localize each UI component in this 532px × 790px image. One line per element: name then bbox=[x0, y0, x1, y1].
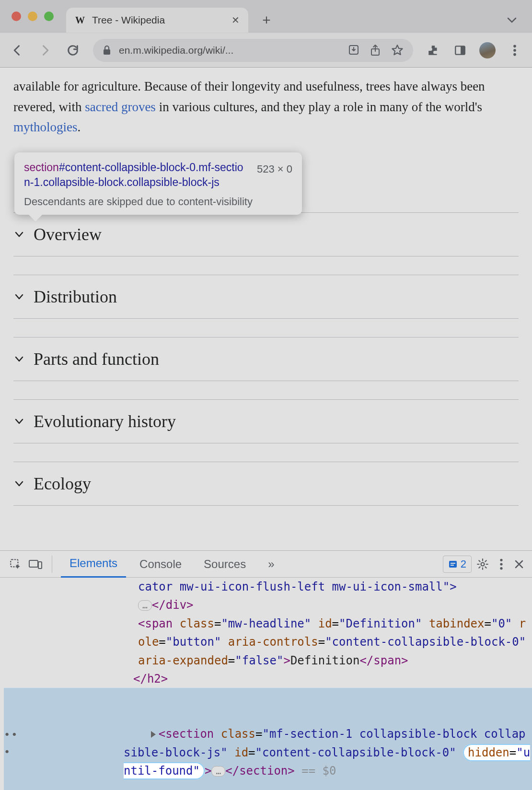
minimize-window-button[interactable] bbox=[28, 12, 37, 21]
close-window-button[interactable] bbox=[12, 12, 21, 21]
traffic-lights bbox=[12, 12, 54, 21]
tab-sources[interactable]: Sources bbox=[195, 551, 254, 578]
back-button[interactable] bbox=[10, 43, 25, 58]
tab-title: Tree - Wikipedia bbox=[92, 14, 225, 26]
favicon-wikipedia-icon: W bbox=[75, 15, 85, 25]
dom-line[interactable]: </h2> bbox=[4, 670, 532, 688]
svg-point-6 bbox=[513, 49, 516, 52]
svg-rect-11 bbox=[449, 561, 457, 568]
settings-icon[interactable] bbox=[476, 558, 489, 570]
paragraph-text-3: . bbox=[78, 120, 81, 134]
install-app-icon[interactable] bbox=[348, 44, 359, 57]
lock-icon bbox=[103, 46, 111, 55]
gutter-more-icon[interactable]: ••• bbox=[4, 688, 24, 790]
browser-tab[interactable]: W Tree - Wikipedia ✕ bbox=[66, 8, 248, 33]
section-heading-parts-and-function[interactable]: Parts and function bbox=[13, 337, 519, 381]
address-bar[interactable]: en.m.wikipedia.org/wiki/... bbox=[93, 39, 413, 62]
toolbar-right bbox=[426, 42, 522, 58]
reload-button[interactable] bbox=[65, 43, 81, 58]
section-title: Evolutionary history bbox=[34, 411, 176, 431]
device-toolbar-icon[interactable] bbox=[28, 557, 43, 572]
tab-overflow[interactable]: » bbox=[259, 551, 283, 578]
article-paragraph: available for agriculture. Because of th… bbox=[13, 76, 519, 138]
side-panel-icon[interactable] bbox=[452, 43, 468, 58]
devtools-menu-icon[interactable] bbox=[499, 558, 503, 570]
issues-badge[interactable]: 2 bbox=[443, 556, 472, 573]
devtools-dom-tree[interactable]: cator mw-ui-icon-flush-left mw-ui-icon-s… bbox=[0, 578, 532, 790]
svg-point-15 bbox=[500, 558, 502, 561]
section-heading-distribution[interactable]: Distribution bbox=[13, 275, 519, 319]
maximize-window-button[interactable] bbox=[44, 12, 54, 21]
tooltip-selector: section#content-collapsible-block-0.mf-s… bbox=[24, 160, 249, 190]
svg-point-14 bbox=[481, 562, 485, 566]
svg-point-5 bbox=[513, 45, 516, 47]
section-title: Parts and function bbox=[34, 349, 159, 369]
chevron-down-icon bbox=[13, 229, 25, 240]
section-heading-ecology[interactable]: Ecology bbox=[13, 462, 519, 506]
svg-rect-0 bbox=[104, 49, 110, 55]
paragraph-text-2: in various cultures, and they play a rol… bbox=[156, 100, 482, 114]
section-title: Distribution bbox=[34, 287, 117, 307]
inspect-element-icon[interactable] bbox=[8, 557, 23, 572]
tab-console[interactable]: Console bbox=[131, 551, 190, 578]
link-sacred-groves[interactable]: sacred groves bbox=[85, 100, 156, 114]
dom-line[interactable]: <span class="mw-headline" id="Definition… bbox=[4, 615, 532, 670]
chevron-down-icon bbox=[13, 478, 25, 489]
tooltip-size: 523 × 0 bbox=[257, 163, 292, 175]
dom-line[interactable]: cator mw-ui-icon-flush-left mw-ui-icon-s… bbox=[4, 578, 532, 596]
svg-rect-9 bbox=[29, 560, 38, 567]
tab-elements[interactable]: Elements bbox=[61, 551, 126, 578]
dom-line-selected[interactable]: ••• <section class="mf-section-1 collaps… bbox=[4, 688, 532, 790]
close-tab-button[interactable]: ✕ bbox=[231, 14, 240, 26]
svg-rect-4 bbox=[461, 46, 465, 54]
expand-caret-icon[interactable] bbox=[151, 731, 156, 738]
dom-line[interactable]: …</div> bbox=[4, 596, 532, 614]
devtools-panel: Elements Console Sources » 2 cator mw-ui… bbox=[0, 550, 532, 790]
svg-point-7 bbox=[513, 53, 516, 56]
tab-bar: W Tree - Wikipedia ✕ + bbox=[66, 0, 532, 33]
url-text: en.m.wikipedia.org/wiki/... bbox=[119, 45, 340, 56]
extensions-icon[interactable] bbox=[426, 43, 441, 58]
tooltip-tagname: section bbox=[24, 161, 59, 174]
issues-count: 2 bbox=[461, 558, 466, 570]
svg-rect-10 bbox=[38, 562, 42, 569]
share-icon[interactable] bbox=[370, 44, 381, 57]
svg-rect-13 bbox=[451, 565, 454, 566]
profile-avatar[interactable] bbox=[479, 42, 496, 58]
devtools-tabs: Elements Console Sources » 2 bbox=[0, 551, 532, 578]
chevron-down-icon bbox=[13, 416, 25, 427]
inspector-tooltip: section#content-collapsible-block-0.mf-s… bbox=[14, 152, 302, 215]
bookmark-star-icon[interactable] bbox=[391, 44, 404, 57]
svg-point-16 bbox=[500, 563, 502, 565]
page-content: available for agriculture. Because of th… bbox=[0, 76, 532, 506]
svg-rect-12 bbox=[451, 563, 455, 564]
chevron-down-icon bbox=[13, 353, 25, 365]
section-heading-evolutionary-history[interactable]: Evolutionary history bbox=[13, 399, 519, 443]
tab-overflow-button[interactable] bbox=[502, 8, 521, 33]
section-title: Ecology bbox=[34, 474, 91, 494]
section-heading-overview[interactable]: Overview bbox=[13, 212, 519, 256]
titlebar: W Tree - Wikipedia ✕ + bbox=[0, 0, 532, 33]
new-tab-button[interactable]: + bbox=[257, 8, 276, 33]
toolbar: en.m.wikipedia.org/wiki/... bbox=[0, 33, 532, 67]
browser-chrome: W Tree - Wikipedia ✕ + en.m.wikipedia.or… bbox=[0, 0, 532, 68]
forward-button[interactable] bbox=[37, 43, 53, 58]
close-devtools-icon[interactable] bbox=[514, 559, 524, 569]
chevron-down-icon bbox=[13, 291, 25, 302]
link-mythologies[interactable]: mythologies bbox=[13, 120, 78, 134]
section-title: Overview bbox=[34, 224, 102, 244]
svg-point-17 bbox=[500, 567, 502, 569]
chrome-menu-icon[interactable] bbox=[507, 43, 522, 58]
tooltip-note: Descendants are skipped due to content-v… bbox=[24, 196, 292, 208]
